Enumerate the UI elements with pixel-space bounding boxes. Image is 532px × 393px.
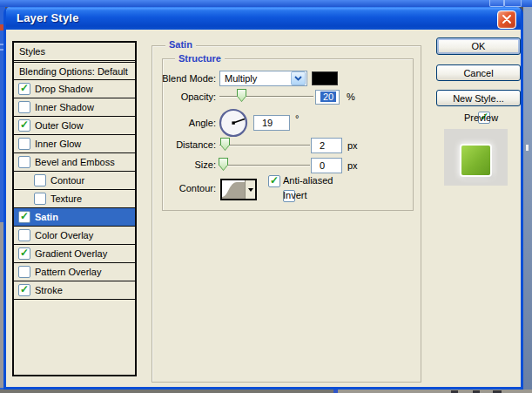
drop-shadow-checkbox[interactable] — [18, 83, 30, 95]
contour-picker[interactable] — [220, 179, 257, 200]
angle-value: 19 — [262, 118, 273, 128]
angle-dial[interactable] — [219, 108, 248, 138]
contour-label: Contour: — [94, 183, 216, 193]
angle-unit: ° — [295, 113, 299, 124]
list-item-label: Contour — [51, 175, 84, 186]
list-item-label: Satin — [35, 212, 58, 222]
bevel-and-emboss-checkbox[interactable] — [18, 156, 30, 168]
list-item-label: Color Overlay — [35, 230, 93, 241]
distance-label: Distance: — [94, 139, 216, 150]
opacity-value: 20 — [320, 91, 336, 102]
structure-group-title: Structure — [175, 53, 225, 64]
dialog-title: Layer Style — [17, 11, 79, 24]
texture-checkbox[interactable] — [34, 193, 46, 205]
sidebar-item-styles[interactable]: Styles — [14, 43, 135, 61]
cancel-button-label: Cancel — [463, 68, 493, 78]
screen: Layer Style Styles Blending Options: Def… — [0, 0, 532, 393]
background-window-button — [504, 0, 522, 7]
contour-dropdown-arrow[interactable] — [245, 180, 255, 199]
outer-glow-checkbox[interactable] — [18, 119, 30, 132]
invert-label: Invert — [283, 190, 307, 200]
sidebar-item-color-overlay[interactable]: Color Overlay — [14, 227, 135, 245]
stroke-checkbox[interactable] — [18, 284, 30, 296]
triangle-down-icon — [248, 188, 253, 192]
size-slider-track[interactable] — [219, 165, 310, 166]
chevron-down-icon[interactable] — [291, 71, 306, 85]
blend-mode-select[interactable]: Multiply — [219, 71, 307, 86]
list-item-label: Pattern Overlay — [35, 267, 101, 277]
list-item-label: Inner Shadow — [35, 102, 94, 112]
sidebar-item-pattern-overlay[interactable]: Pattern Overlay — [14, 263, 135, 281]
list-item-label: Styles — [19, 46, 45, 57]
anti-aliased-checkbox[interactable] — [268, 175, 280, 187]
dialog-body: Styles Blending Options: Default Drop Sh… — [6, 30, 521, 387]
preview-label: Preview — [464, 112, 498, 123]
preview-thumbnail — [444, 129, 508, 186]
list-item-label: Inner Glow — [35, 139, 81, 149]
list-item-label: Texture — [51, 193, 82, 204]
list-item-label: Gradient Overlay — [35, 248, 107, 259]
inner-shadow-checkbox[interactable] — [18, 101, 30, 113]
pattern-overlay-checkbox[interactable] — [18, 266, 30, 278]
list-item-label: Outer Glow — [35, 120, 84, 131]
blend-mode-label: Blend Mode: — [94, 73, 216, 84]
angle-input[interactable]: 19 — [253, 115, 290, 131]
new-style-button-label: New Style... — [453, 93, 504, 104]
contour-curve-icon — [222, 180, 245, 199]
opacity-slider-track[interactable] — [219, 96, 313, 98]
list-item-label: Stroke — [35, 285, 63, 295]
sidebar-item-satin[interactable]: Satin — [14, 208, 135, 227]
background-speck — [526, 145, 529, 151]
ok-button[interactable]: OK — [436, 37, 521, 55]
layer-style-dialog: Layer Style Styles Blending Options: Def… — [3, 7, 523, 390]
distance-slider-track[interactable] — [219, 145, 310, 146]
size-label: Size: — [94, 159, 216, 170]
opacity-unit: % — [347, 91, 355, 102]
opacity-input[interactable]: 20 — [315, 90, 340, 105]
sidebar-item-gradient-overlay[interactable]: Gradient Overlay — [14, 245, 135, 263]
close-icon — [502, 15, 511, 25]
size-value: 0 — [320, 160, 325, 171]
cancel-button[interactable]: Cancel — [436, 64, 521, 81]
list-item-label: Drop Shadow — [35, 84, 93, 94]
gradient-overlay-checkbox[interactable] — [18, 247, 30, 260]
close-button[interactable] — [497, 10, 516, 29]
distance-value: 2 — [320, 140, 325, 151]
preview-layer-swatch — [461, 146, 490, 175]
inner-glow-checkbox[interactable] — [18, 138, 30, 150]
new-style-button[interactable]: New Style... — [436, 90, 521, 106]
ok-button-label: OK — [472, 41, 486, 51]
color-overlay-checkbox[interactable] — [18, 229, 30, 241]
distance-input[interactable]: 2 — [311, 138, 342, 153]
dialog-titlebar[interactable]: Layer Style — [6, 7, 521, 30]
anti-aliased-label: Anti-aliased — [283, 175, 333, 186]
background-desktop-strip — [523, 7, 532, 390]
size-input[interactable]: 0 — [311, 158, 342, 173]
blend-mode-value: Multiply — [220, 73, 290, 84]
sidebar-item-stroke[interactable]: Stroke — [14, 281, 135, 300]
background-window-button — [489, 0, 504, 7]
blend-color-swatch[interactable] — [312, 71, 338, 85]
opacity-label: Opacity: — [94, 91, 216, 102]
size-unit: px — [347, 160, 358, 171]
contour-checkbox[interactable] — [34, 174, 46, 186]
satin-panel-title: Satin — [165, 39, 196, 51]
background-window-titlebar — [0, 0, 532, 7]
satin-checkbox[interactable] — [18, 211, 30, 223]
distance-unit: px — [347, 140, 358, 151]
background-taskbar-right — [338, 390, 532, 393]
angle-label: Angle: — [94, 118, 216, 128]
